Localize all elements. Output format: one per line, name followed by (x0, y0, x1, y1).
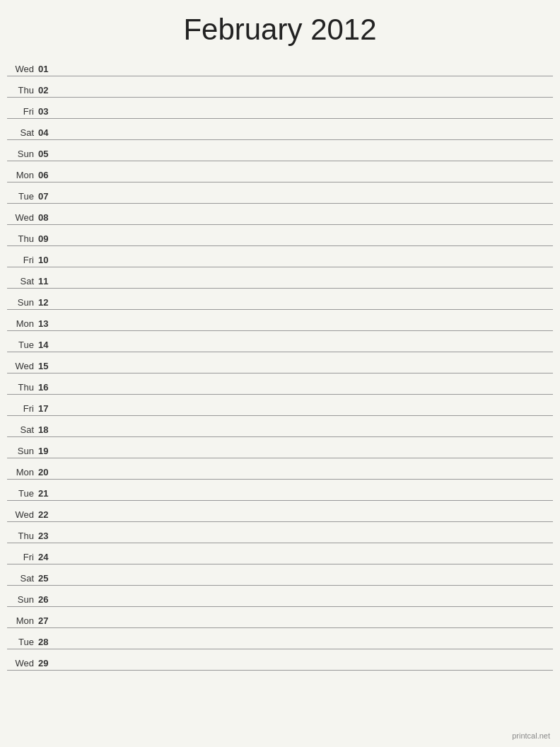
day-name: Wed (7, 64, 37, 74)
day-number: 22 (37, 509, 57, 520)
day-row: Tue28 (7, 628, 553, 649)
day-number: 11 (37, 276, 57, 286)
day-row: Sun26 (7, 586, 553, 607)
day-name: Wed (7, 361, 37, 371)
day-name: Mon (7, 467, 37, 477)
day-number: 21 (37, 488, 57, 499)
day-name: Wed (7, 658, 37, 668)
calendar-list: Wed01Thu02Fri03Sat04Sun05Mon06Tue07Wed08… (0, 55, 560, 671)
day-number: 12 (37, 297, 57, 308)
day-name: Sat (7, 424, 37, 435)
day-row: Fri24 (7, 543, 553, 564)
day-name: Fri (7, 106, 37, 117)
day-row: Tue14 (7, 331, 553, 352)
day-number: 24 (37, 552, 57, 562)
day-number: 17 (37, 403, 57, 414)
day-name: Sat (7, 127, 37, 138)
day-number: 02 (37, 85, 57, 95)
day-number: 04 (37, 127, 57, 138)
day-number: 03 (37, 106, 57, 117)
day-number: 26 (37, 594, 57, 605)
day-row: Wed01 (7, 55, 553, 76)
day-number: 07 (37, 191, 57, 202)
day-number: 09 (37, 233, 57, 244)
day-row: Wed22 (7, 501, 553, 522)
day-name: Sun (7, 446, 37, 456)
day-name: Thu (7, 382, 37, 393)
day-row: Thu23 (7, 522, 553, 543)
day-row: Sun12 (7, 289, 553, 310)
day-name: Tue (7, 637, 37, 647)
day-row: Wed08 (7, 204, 553, 225)
day-row: Sun19 (7, 437, 553, 458)
day-row: Tue21 (7, 480, 553, 501)
day-name: Tue (7, 340, 37, 350)
day-row: Fri03 (7, 98, 553, 119)
day-row: Sat25 (7, 564, 553, 586)
day-number: 15 (37, 361, 57, 371)
day-row: Thu02 (7, 76, 553, 98)
day-name: Wed (7, 212, 37, 223)
day-name: Sat (7, 573, 37, 584)
day-row: Wed29 (7, 649, 553, 671)
watermark: printcal.net (512, 731, 550, 740)
day-number: 25 (37, 573, 57, 584)
day-number: 13 (37, 318, 57, 329)
day-name: Fri (7, 255, 37, 265)
day-number: 28 (37, 637, 57, 647)
day-number: 10 (37, 255, 57, 265)
day-row: Sat04 (7, 119, 553, 140)
day-number: 23 (37, 531, 57, 541)
day-row: Tue07 (7, 183, 553, 204)
day-name: Fri (7, 552, 37, 562)
page-title: February 2012 (0, 0, 560, 55)
day-name: Thu (7, 85, 37, 95)
day-name: Sun (7, 297, 37, 308)
day-row: Sat18 (7, 416, 553, 437)
day-row: Thu09 (7, 225, 553, 246)
day-row: Wed15 (7, 352, 553, 374)
day-number: 27 (37, 615, 57, 626)
day-row: Mon27 (7, 607, 553, 628)
day-number: 06 (37, 170, 57, 180)
day-row: Fri17 (7, 395, 553, 416)
day-number: 01 (37, 64, 57, 74)
day-row: Fri10 (7, 246, 553, 267)
day-number: 14 (37, 340, 57, 350)
day-number: 29 (37, 658, 57, 668)
day-name: Sun (7, 594, 37, 605)
day-row: Mon06 (7, 161, 553, 183)
day-name: Mon (7, 170, 37, 180)
day-number: 18 (37, 424, 57, 435)
day-row: Thu16 (7, 374, 553, 395)
day-name: Mon (7, 318, 37, 329)
day-name: Tue (7, 191, 37, 202)
day-row: Sun05 (7, 140, 553, 161)
day-number: 05 (37, 149, 57, 159)
day-number: 16 (37, 382, 57, 393)
day-number: 08 (37, 212, 57, 223)
day-name: Tue (7, 488, 37, 499)
day-name: Thu (7, 531, 37, 541)
day-row: Sat11 (7, 267, 553, 289)
day-name: Sun (7, 149, 37, 159)
day-row: Mon20 (7, 458, 553, 480)
day-row: Mon13 (7, 310, 553, 331)
day-name: Sat (7, 276, 37, 286)
day-name: Thu (7, 233, 37, 244)
day-name: Mon (7, 615, 37, 626)
day-number: 19 (37, 446, 57, 456)
day-name: Wed (7, 509, 37, 520)
day-name: Fri (7, 403, 37, 414)
day-number: 20 (37, 467, 57, 477)
